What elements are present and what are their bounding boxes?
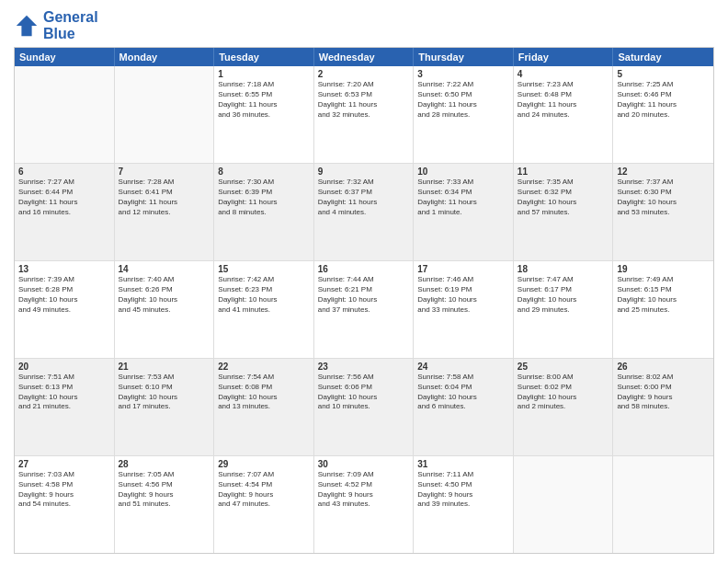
calendar-cell: 15Sunrise: 7:42 AM Sunset: 6:23 PM Dayli…	[214, 261, 314, 358]
day-number: 29	[218, 459, 310, 469]
cell-content: Sunrise: 7:25 AM Sunset: 6:46 PM Dayligh…	[617, 80, 710, 120]
day-number: 12	[617, 167, 710, 177]
day-number: 13	[18, 264, 110, 274]
day-number: 1	[218, 69, 310, 79]
calendar-cell: 5Sunrise: 7:25 AM Sunset: 6:46 PM Daylig…	[613, 66, 713, 163]
cell-content: Sunrise: 7:23 AM Sunset: 6:48 PM Dayligh…	[518, 80, 609, 120]
calendar-cell	[514, 456, 614, 553]
cell-content: Sunrise: 7:42 AM Sunset: 6:23 PM Dayligh…	[218, 275, 310, 315]
day-number: 20	[18, 362, 110, 372]
day-number: 23	[318, 362, 410, 372]
cell-content: Sunrise: 8:00 AM Sunset: 6:02 PM Dayligh…	[518, 373, 609, 412]
calendar-row-3: 20Sunrise: 7:51 AM Sunset: 6:13 PM Dayli…	[15, 358, 713, 455]
day-number: 27	[18, 459, 110, 469]
day-number: 6	[18, 167, 110, 177]
cell-content: Sunrise: 7:44 AM Sunset: 6:21 PM Dayligh…	[318, 275, 410, 315]
day-number: 10	[417, 167, 509, 177]
cell-content: Sunrise: 7:51 AM Sunset: 6:13 PM Dayligh…	[18, 373, 110, 412]
cell-content: Sunrise: 7:56 AM Sunset: 6:06 PM Dayligh…	[318, 373, 410, 412]
day-number: 7	[119, 167, 210, 177]
cell-content: Sunrise: 7:33 AM Sunset: 6:34 PM Dayligh…	[417, 178, 509, 217]
calendar-header: SundayMondayTuesdayWednesdayThursdayFrid…	[15, 48, 713, 66]
calendar-cell: 16Sunrise: 7:44 AM Sunset: 6:21 PM Dayli…	[314, 261, 415, 358]
calendar-row-1: 6Sunrise: 7:27 AM Sunset: 6:44 PM Daylig…	[15, 163, 713, 260]
calendar-cell: 6Sunrise: 7:27 AM Sunset: 6:44 PM Daylig…	[15, 164, 115, 260]
cell-content: Sunrise: 7:11 AM Sunset: 4:50 PM Dayligh…	[417, 470, 509, 510]
header-day-saturday: Saturday	[613, 48, 713, 66]
cell-content: Sunrise: 7:27 AM Sunset: 6:44 PM Dayligh…	[18, 178, 110, 217]
day-number: 16	[318, 264, 410, 274]
cell-content: Sunrise: 7:54 AM Sunset: 6:08 PM Dayligh…	[218, 373, 310, 412]
cell-content: Sunrise: 7:47 AM Sunset: 6:17 PM Dayligh…	[518, 275, 609, 315]
calendar-cell: 22Sunrise: 7:54 AM Sunset: 6:08 PM Dayli…	[214, 359, 314, 455]
calendar-cell: 23Sunrise: 7:56 AM Sunset: 6:06 PM Dayli…	[314, 359, 415, 455]
cell-content: Sunrise: 7:39 AM Sunset: 6:28 PM Dayligh…	[18, 275, 110, 315]
cell-content: Sunrise: 7:07 AM Sunset: 4:54 PM Dayligh…	[218, 470, 310, 510]
svg-marker-0	[17, 15, 37, 35]
logo-icon	[14, 13, 40, 39]
calendar-row-0: 1Sunrise: 7:18 AM Sunset: 6:55 PM Daylig…	[15, 66, 713, 163]
cell-content: Sunrise: 7:46 AM Sunset: 6:19 PM Dayligh…	[417, 275, 509, 315]
cell-content: Sunrise: 7:20 AM Sunset: 6:53 PM Dayligh…	[318, 80, 410, 120]
day-number: 26	[617, 362, 710, 372]
day-number: 15	[218, 264, 310, 274]
calendar-cell: 24Sunrise: 7:58 AM Sunset: 6:04 PM Dayli…	[414, 359, 514, 455]
calendar-cell: 4Sunrise: 7:23 AM Sunset: 6:48 PM Daylig…	[514, 66, 614, 163]
header-day-sunday: Sunday	[15, 48, 115, 66]
cell-content: Sunrise: 7:49 AM Sunset: 6:15 PM Dayligh…	[617, 275, 710, 315]
calendar-cell: 18Sunrise: 7:47 AM Sunset: 6:17 PM Dayli…	[514, 261, 614, 358]
calendar-cell: 10Sunrise: 7:33 AM Sunset: 6:34 PM Dayli…	[414, 164, 514, 260]
day-number: 9	[318, 167, 410, 177]
calendar-cell: 19Sunrise: 7:49 AM Sunset: 6:15 PM Dayli…	[613, 261, 713, 358]
day-number: 25	[518, 362, 609, 372]
header-day-wednesday: Wednesday	[314, 48, 415, 66]
cell-content: Sunrise: 7:03 AM Sunset: 4:58 PM Dayligh…	[18, 470, 110, 510]
calendar-cell: 27Sunrise: 7:03 AM Sunset: 4:58 PM Dayli…	[15, 456, 115, 553]
day-number: 21	[119, 362, 210, 372]
day-number: 2	[318, 69, 410, 79]
calendar-cell: 20Sunrise: 7:51 AM Sunset: 6:13 PM Dayli…	[15, 359, 115, 455]
header-day-monday: Monday	[115, 48, 215, 66]
day-number: 4	[518, 69, 609, 79]
calendar-cell: 21Sunrise: 7:53 AM Sunset: 6:10 PM Dayli…	[115, 359, 215, 455]
page: General Blue SundayMondayTuesdayWednesda…	[0, 0, 728, 563]
day-number: 17	[417, 264, 509, 274]
calendar-cell: 31Sunrise: 7:11 AM Sunset: 4:50 PM Dayli…	[414, 456, 514, 553]
day-number: 22	[218, 362, 310, 372]
header-day-friday: Friday	[514, 48, 614, 66]
calendar-cell: 1Sunrise: 7:18 AM Sunset: 6:55 PM Daylig…	[214, 66, 314, 163]
day-number: 30	[318, 459, 410, 469]
calendar-cell: 13Sunrise: 7:39 AM Sunset: 6:28 PM Dayli…	[15, 261, 115, 358]
calendar-cell: 26Sunrise: 8:02 AM Sunset: 6:00 PM Dayli…	[613, 359, 713, 455]
cell-content: Sunrise: 7:58 AM Sunset: 6:04 PM Dayligh…	[417, 373, 509, 412]
calendar-cell: 14Sunrise: 7:40 AM Sunset: 6:26 PM Dayli…	[115, 261, 215, 358]
calendar-cell: 9Sunrise: 7:32 AM Sunset: 6:37 PM Daylig…	[314, 164, 415, 260]
cell-content: Sunrise: 7:53 AM Sunset: 6:10 PM Dayligh…	[119, 373, 210, 412]
calendar-cell: 17Sunrise: 7:46 AM Sunset: 6:19 PM Dayli…	[414, 261, 514, 358]
day-number: 14	[119, 264, 210, 274]
header: General Blue	[14, 9, 714, 41]
calendar-row-2: 13Sunrise: 7:39 AM Sunset: 6:28 PM Dayli…	[15, 260, 713, 358]
cell-content: Sunrise: 7:35 AM Sunset: 6:32 PM Dayligh…	[518, 178, 609, 217]
calendar-cell: 3Sunrise: 7:22 AM Sunset: 6:50 PM Daylig…	[414, 66, 514, 163]
calendar-cell: 7Sunrise: 7:28 AM Sunset: 6:41 PM Daylig…	[115, 164, 215, 260]
calendar-cell	[115, 66, 215, 163]
calendar-cell: 25Sunrise: 8:00 AM Sunset: 6:02 PM Dayli…	[514, 359, 614, 455]
day-number: 5	[617, 69, 710, 79]
calendar-cell	[613, 456, 713, 553]
cell-content: Sunrise: 7:18 AM Sunset: 6:55 PM Dayligh…	[218, 80, 310, 120]
cell-content: Sunrise: 7:37 AM Sunset: 6:30 PM Dayligh…	[617, 178, 710, 217]
day-number: 18	[518, 264, 609, 274]
cell-content: Sunrise: 7:05 AM Sunset: 4:56 PM Dayligh…	[119, 470, 210, 510]
day-number: 11	[518, 167, 609, 177]
day-number: 31	[417, 459, 509, 469]
header-day-tuesday: Tuesday	[214, 48, 314, 66]
cell-content: Sunrise: 7:22 AM Sunset: 6:50 PM Dayligh…	[417, 80, 509, 120]
cell-content: Sunrise: 7:30 AM Sunset: 6:39 PM Dayligh…	[218, 178, 310, 217]
day-number: 19	[617, 264, 710, 274]
day-number: 28	[119, 459, 210, 469]
cell-content: Sunrise: 7:32 AM Sunset: 6:37 PM Dayligh…	[318, 178, 410, 217]
calendar-cell: 8Sunrise: 7:30 AM Sunset: 6:39 PM Daylig…	[214, 164, 314, 260]
day-number: 24	[417, 362, 509, 372]
calendar-cell: 28Sunrise: 7:05 AM Sunset: 4:56 PM Dayli…	[115, 456, 215, 553]
